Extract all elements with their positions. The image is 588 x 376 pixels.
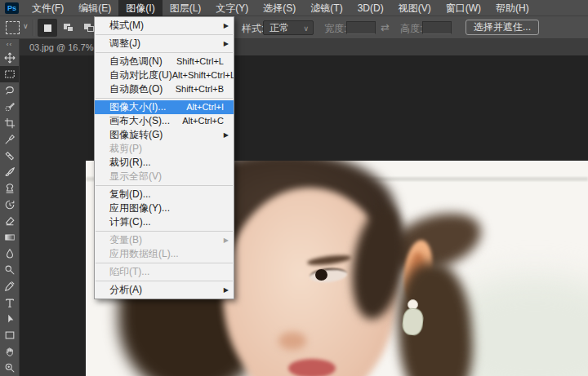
menubar-item-file[interactable]: 文件(F) [24,0,71,16]
menu-separator [96,185,233,186]
tool-history-brush[interactable] [0,197,20,213]
select-and-mask-button[interactable]: 选择并遮住... [466,20,539,35]
width-input[interactable] [346,21,376,34]
shortcut: Alt+Shift+Ctrl+L [172,69,234,82]
clone-stamp-icon [4,183,16,194]
tool-crop[interactable] [0,115,20,131]
swap-dimensions-icon[interactable]: ⇄ [381,21,390,33]
menubar-item-3d[interactable]: 3D(D) [350,0,391,16]
history-brush-icon [4,199,16,210]
width-label: 宽度: [324,22,346,36]
menu-item-adjustments[interactable]: 调整(J)▶ [95,37,234,51]
tool-preset-caret-icon[interactable]: ∨ [23,22,29,30]
options-divider [33,20,34,36]
menu-item-auto-contrast[interactable]: 自动对比度(U)Alt+Shift+Ctrl+L [95,69,234,82]
menu-item-image-rotation[interactable]: 图像旋转(G)▶ [95,128,234,142]
menu-item-calculations[interactable]: 计算(C)... [95,215,234,229]
style-label: 样式: [242,22,264,36]
add-to-selection-icon [64,24,74,33]
menubar-item-window[interactable]: 窗口(W) [439,0,488,16]
gradient-icon [4,232,16,243]
submenu-arrow-icon: ▶ [220,233,230,247]
tool-move[interactable] [0,50,20,66]
tool-quick-selection[interactable] [0,99,20,115]
type-icon [4,297,16,308]
tool-eraser[interactable] [0,213,20,229]
tool-type[interactable] [0,294,20,311]
options-bar: ∨ 样式: 正常 ∨ 宽度: ⇄ 高度: 选择并遮住... [0,16,588,39]
tool-zoom[interactable] [0,360,20,376]
menu-item-variables: 变量(B)▶ [95,233,234,247]
menubar-item-layer[interactable]: 图层(L) [163,0,209,16]
photo-nose-shadow [278,332,306,350]
menu-item-canvas-size[interactable]: 画布大小(S)...Alt+Ctrl+C [95,114,234,128]
menu-item-analysis[interactable]: 分析(A)▶ [95,283,234,297]
photoshop-window: Ps 文件(F) 编辑(E) 图像(I) 图层(L) 文字(Y) 选择(S) 滤… [0,0,588,376]
tool-rectangle[interactable] [0,327,20,343]
menu-separator [96,263,233,263]
style-select-value: 正常 [270,22,289,33]
menu-item-auto-color[interactable]: 自动颜色(O)Shift+Ctrl+B [95,82,234,96]
tool-brush[interactable] [0,164,20,180]
menu-item-image-size[interactable]: 图像大小(I)...Alt+Ctrl+I [95,100,234,114]
menu-item-apply-data-set: 应用数据组(L)... [95,247,234,261]
tool-eyedropper[interactable] [0,131,20,148]
eyedropper-icon [4,134,16,145]
eraser-icon [4,215,16,227]
pen-icon [4,281,16,292]
tool-gradient[interactable] [0,229,20,246]
tool-hand[interactable] [0,343,20,360]
blur-icon [4,248,16,259]
menu-item-trim[interactable]: 裁切(R)... [95,156,234,170]
menubar-item-filter[interactable]: 滤镜(T) [303,0,350,16]
menu-item-apply-image[interactable]: 应用图像(Y)... [95,201,234,215]
menu-separator [96,34,233,35]
menubar-item-image[interactable]: 图像(I) [118,0,162,16]
tool-clone-stamp[interactable] [0,180,20,197]
menu-item-mode[interactable]: 模式(M)▶ [95,19,234,33]
spot-healing-brush-icon [4,150,16,161]
menubar-item-edit[interactable]: 编辑(E) [71,0,118,16]
rectangle-icon [4,330,16,341]
tool-pen[interactable] [0,278,20,294]
rectangular-marquee-icon [4,69,16,80]
submenu-arrow-icon: ▶ [220,128,230,142]
shortcut: Alt+Ctrl+I [186,100,230,114]
menu-item-duplicate[interactable]: 复制(D)... [95,188,234,201]
style-select[interactable]: 正常 ∨ [263,20,314,35]
tool-spot-healing-brush[interactable] [0,148,20,164]
menubar-item-view[interactable]: 视图(V) [391,0,439,16]
submenu-arrow-icon: ▶ [220,19,230,33]
photoshop-logo-icon: Ps [5,2,19,14]
quick-selection-icon [4,101,16,113]
move-icon [4,52,16,64]
tool-preset-marquee-icon[interactable] [6,21,20,34]
menubar: Ps 文件(F) 编辑(E) 图像(I) 图层(L) 文字(Y) 选择(S) 滤… [0,0,588,16]
tool-lasso[interactable] [0,82,20,99]
brush-icon [4,166,16,178]
style-select-caret-icon: ∨ [303,22,309,35]
menu-item-auto-tone[interactable]: 自动色调(N)Shift+Ctrl+L [95,55,234,69]
hand-icon [4,346,16,357]
menubar-item-help[interactable]: 帮助(H) [488,0,537,16]
tool-dodge[interactable] [0,262,20,278]
menubar-item-select[interactable]: 选择(S) [256,0,303,16]
dodge-icon [4,264,16,276]
new-selection-button[interactable] [38,19,57,37]
collapse-panel-icon[interactable]: ‹‹ [0,39,19,50]
image-menu-dropdown: 模式(M)▶ 调整(J)▶ 自动色调(N)Shift+Ctrl+L 自动对比度(… [94,16,234,299]
menubar-item-type[interactable]: 文字(Y) [208,0,256,16]
tools-panel: ‹‹ [0,39,20,376]
height-input[interactable] [422,21,452,34]
shortcut: Shift+Ctrl+L [176,55,230,69]
tool-path-selection[interactable] [0,311,20,327]
subtract-from-selection-icon [84,24,95,33]
lasso-icon [4,85,16,96]
add-to-selection-button[interactable] [59,19,78,37]
menu-separator [96,231,233,232]
menu-item-reveal-all: 显示全部(V) [95,170,234,184]
menu-separator [96,52,233,53]
tool-blur[interactable] [0,246,20,262]
tool-rectangular-marquee[interactable] [0,66,20,82]
photo-lips [288,359,336,376]
